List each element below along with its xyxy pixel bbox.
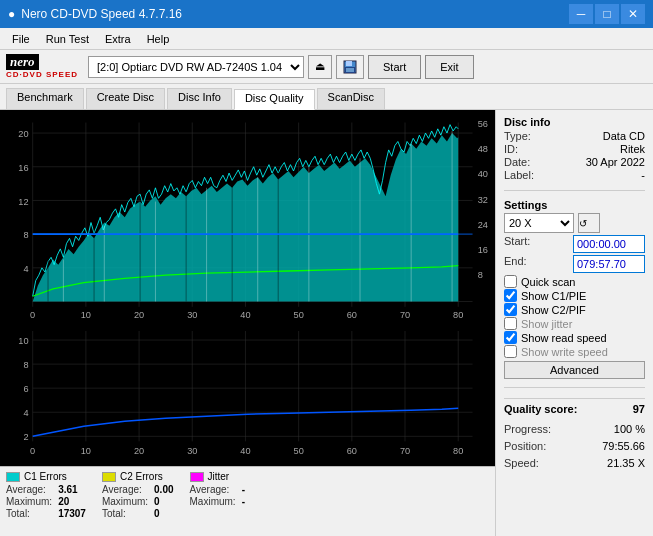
show-jitter-checkbox[interactable] bbox=[504, 317, 517, 330]
eject-button[interactable]: ⏏ bbox=[308, 55, 332, 79]
menu-run-test[interactable]: Run Test bbox=[38, 31, 97, 47]
svg-text:24: 24 bbox=[478, 220, 488, 230]
c2-color-swatch bbox=[102, 472, 116, 482]
quick-scan-checkbox[interactable] bbox=[504, 275, 517, 288]
date-value: 30 Apr 2022 bbox=[586, 156, 645, 168]
svg-text:12: 12 bbox=[18, 197, 28, 207]
svg-text:2: 2 bbox=[23, 432, 28, 442]
c1-avg-label: Average: bbox=[6, 484, 52, 495]
jitter-max-value: - bbox=[242, 496, 245, 507]
bottom-chart-svg: 10 8 6 4 2 0 10 20 30 40 50 60 70 80 bbox=[2, 326, 493, 466]
svg-text:70: 70 bbox=[400, 310, 410, 320]
start-button[interactable]: Start bbox=[368, 55, 421, 79]
svg-text:60: 60 bbox=[347, 446, 357, 456]
svg-text:16: 16 bbox=[18, 163, 28, 173]
svg-text:20: 20 bbox=[18, 129, 28, 139]
svg-text:50: 50 bbox=[294, 310, 304, 320]
c2-total-value: 0 bbox=[154, 508, 173, 519]
c1-total-value: 17307 bbox=[58, 508, 86, 519]
show-c2-pif-checkbox[interactable] bbox=[504, 303, 517, 316]
jitter-max-label: Maximum: bbox=[190, 496, 236, 507]
quick-scan-label: Quick scan bbox=[521, 276, 575, 288]
tab-create-disc[interactable]: Create Disc bbox=[86, 88, 165, 109]
svg-text:48: 48 bbox=[478, 144, 488, 154]
tab-disc-info[interactable]: Disc Info bbox=[167, 88, 232, 109]
id-value: Ritek bbox=[620, 143, 645, 155]
speed-select[interactable]: 20 X Max 4 X 8 X 16 X bbox=[504, 213, 574, 233]
top-chart-svg: 20 16 12 8 4 56 48 40 32 24 16 8 0 10 bbox=[2, 112, 493, 323]
svg-rect-1 bbox=[346, 61, 352, 66]
maximize-button[interactable]: □ bbox=[595, 4, 619, 24]
menu-file[interactable]: File bbox=[4, 31, 38, 47]
show-c1-pie-label: Show C1/PIE bbox=[521, 290, 586, 302]
speed-value: 21.35 X bbox=[607, 457, 645, 469]
menu-help[interactable]: Help bbox=[139, 31, 178, 47]
legend-jitter: Jitter Average: - Maximum: - bbox=[190, 471, 245, 507]
c1-total-label: Total: bbox=[6, 508, 52, 519]
title-bar-controls: ─ □ ✕ bbox=[569, 4, 645, 24]
c1-avg-value: 3.61 bbox=[58, 484, 86, 495]
save-button[interactable] bbox=[336, 55, 364, 79]
show-read-speed-label: Show read speed bbox=[521, 332, 607, 344]
progress-value: 100 % bbox=[614, 423, 645, 435]
show-c1-pie-checkbox[interactable] bbox=[504, 289, 517, 302]
tab-disc-quality[interactable]: Disc Quality bbox=[234, 89, 315, 110]
nero-logo-bottom: CD·DVD SPEED bbox=[6, 70, 78, 79]
c2-avg-value: 0.00 bbox=[154, 484, 173, 495]
refresh-button[interactable]: ↺ bbox=[578, 213, 600, 233]
svg-text:10: 10 bbox=[18, 336, 28, 346]
c2-max-label: Maximum: bbox=[102, 496, 148, 507]
bottom-chart: 10 8 6 4 2 0 10 20 30 40 50 60 70 80 bbox=[2, 326, 493, 466]
minimize-button[interactable]: ─ bbox=[569, 4, 593, 24]
svg-text:40: 40 bbox=[240, 310, 250, 320]
charts-and-legend: 20 16 12 8 4 56 48 40 32 24 16 8 0 10 bbox=[0, 110, 495, 536]
svg-text:4: 4 bbox=[23, 264, 28, 274]
tab-benchmark[interactable]: Benchmark bbox=[6, 88, 84, 109]
quality-score-label: Quality score: bbox=[504, 403, 577, 415]
disc-info-section: Disc info Type: Data CD ID: Ritek Date: … bbox=[504, 116, 645, 182]
show-write-speed-checkbox[interactable] bbox=[504, 345, 517, 358]
menu-extra[interactable]: Extra bbox=[97, 31, 139, 47]
position-value: 79:55.66 bbox=[602, 440, 645, 452]
svg-text:8: 8 bbox=[23, 230, 28, 240]
show-read-speed-checkbox[interactable] bbox=[504, 331, 517, 344]
end-input[interactable] bbox=[573, 255, 645, 273]
svg-text:8: 8 bbox=[478, 270, 483, 280]
tab-scan-disc[interactable]: ScanDisc bbox=[317, 88, 385, 109]
svg-text:0: 0 bbox=[30, 446, 35, 456]
c2-label: C2 Errors bbox=[120, 471, 163, 482]
svg-text:10: 10 bbox=[81, 446, 91, 456]
title-bar-left: ● Nero CD-DVD Speed 4.7.7.16 bbox=[8, 7, 182, 21]
legend-area: C1 Errors Average: 3.61 Maximum: 20 Tota… bbox=[0, 466, 495, 536]
main-content: 20 16 12 8 4 56 48 40 32 24 16 8 0 10 bbox=[0, 110, 653, 536]
advanced-button[interactable]: Advanced bbox=[504, 361, 645, 379]
quality-score-value: 97 bbox=[633, 403, 645, 415]
start-input[interactable] bbox=[573, 235, 645, 253]
nero-logo-block: nero CD·DVD SPEED bbox=[6, 54, 78, 79]
quality-score-row: Quality score: 97 bbox=[504, 398, 645, 415]
exit-button[interactable]: Exit bbox=[425, 55, 473, 79]
show-c2-pif-label: Show C2/PIF bbox=[521, 304, 586, 316]
svg-text:20: 20 bbox=[134, 446, 144, 456]
drive-select[interactable]: [2:0] Optiarc DVD RW AD-7240S 1.04 bbox=[88, 56, 304, 78]
svg-text:70: 70 bbox=[400, 446, 410, 456]
svg-text:4: 4 bbox=[23, 408, 28, 418]
title-bar: ● Nero CD-DVD Speed 4.7.7.16 ─ □ ✕ bbox=[0, 0, 653, 28]
type-label: Type: bbox=[504, 130, 531, 142]
svg-text:16: 16 bbox=[478, 245, 488, 255]
svg-text:0: 0 bbox=[30, 310, 35, 320]
svg-rect-58 bbox=[2, 326, 493, 466]
nero-logo-top: nero bbox=[6, 54, 39, 70]
svg-text:60: 60 bbox=[347, 310, 357, 320]
jitter-label: Jitter bbox=[208, 471, 230, 482]
svg-text:40: 40 bbox=[478, 169, 488, 179]
svg-text:8: 8 bbox=[23, 360, 28, 370]
svg-text:10: 10 bbox=[81, 310, 91, 320]
toolbar: nero CD·DVD SPEED [2:0] Optiarc DVD RW A… bbox=[0, 50, 653, 84]
close-button[interactable]: ✕ bbox=[621, 4, 645, 24]
legend-c1: C1 Errors Average: 3.61 Maximum: 20 Tota… bbox=[6, 471, 86, 519]
svg-text:32: 32 bbox=[478, 194, 488, 204]
c1-color-swatch bbox=[6, 472, 20, 482]
svg-text:80: 80 bbox=[453, 446, 463, 456]
type-value: Data CD bbox=[603, 130, 645, 142]
